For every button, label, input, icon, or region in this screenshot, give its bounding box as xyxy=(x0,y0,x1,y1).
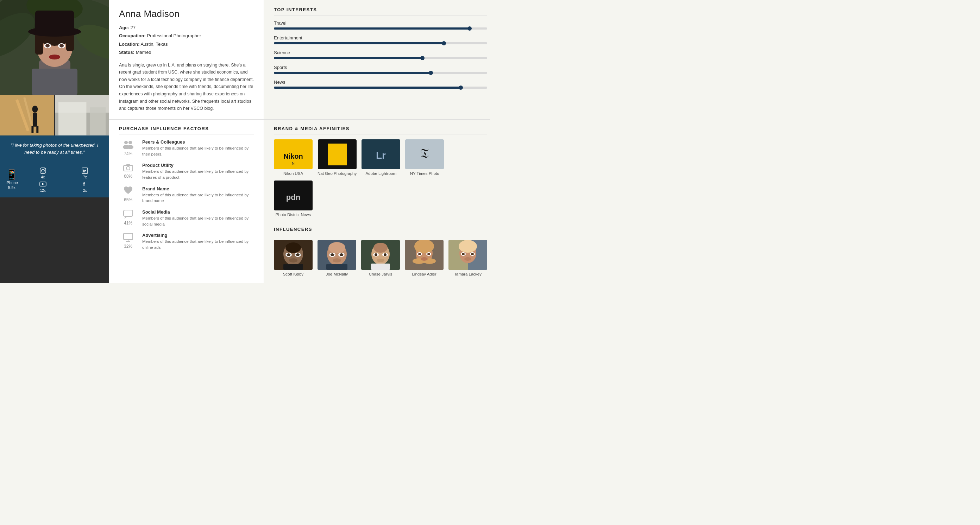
iphone-label: iPhone xyxy=(6,181,18,185)
influencer-item-3: Lindsay Adler xyxy=(405,240,444,276)
interest-item: Entertainment xyxy=(274,35,487,44)
interest-bar-bg xyxy=(274,27,487,30)
influence-item: 74% Peers & Colleagues Members of this a… xyxy=(119,140,254,157)
influence-title: Brand Name xyxy=(142,186,254,192)
profile-bio: Ana is single, grew up in L.A. and plans… xyxy=(119,62,254,112)
interest-label: Science xyxy=(274,50,487,55)
influence-pct: 41% xyxy=(124,220,132,225)
svg-rect-54 xyxy=(328,144,347,165)
instagram-icon xyxy=(40,167,46,175)
facebook-icon: f xyxy=(81,181,88,189)
influence-desc: Members of this audience that are likely… xyxy=(142,239,254,250)
svg-point-81 xyxy=(332,258,341,262)
svg-point-88 xyxy=(375,253,377,256)
svg-text:Lr: Lr xyxy=(376,150,386,161)
svg-point-16 xyxy=(59,44,64,48)
svg-point-41 xyxy=(127,145,134,149)
svg-point-99 xyxy=(418,253,421,255)
sidebar-quote: "I live for taking photos of the unexpec… xyxy=(0,135,109,162)
interest-item: News xyxy=(274,79,487,89)
svg-text:pdn: pdn xyxy=(286,193,300,201)
youtube-icon xyxy=(40,181,46,189)
influencer-photo-1 xyxy=(318,240,356,270)
svg-point-108 xyxy=(462,253,465,255)
device-facebook: f 2x xyxy=(67,181,104,192)
influence-desc: Members of this audience that are likely… xyxy=(142,215,254,227)
interest-bar-fill xyxy=(274,27,470,30)
svg-point-85 xyxy=(374,243,388,253)
sidebar-photo-small-2 xyxy=(55,95,109,135)
brand-item-nikon: NikonN Nikon USA xyxy=(274,140,313,176)
influence-desc: Members of this audience that are likely… xyxy=(142,145,254,157)
svg-point-89 xyxy=(384,253,387,256)
interest-label: News xyxy=(274,79,487,85)
influence-text: Advertising Members of this audience tha… xyxy=(142,233,254,250)
influence-title: Peers & Colleagues xyxy=(142,140,254,144)
influence-pct: 74% xyxy=(124,151,132,156)
iphone-count: 5.9x xyxy=(8,186,16,190)
influencer-photo-3 xyxy=(405,240,444,270)
influence-pct: 65% xyxy=(124,197,132,202)
influence-icon-wrap: 68% xyxy=(119,163,137,179)
brand-logo-lr: Lr xyxy=(361,140,400,169)
influence-item: 32% Advertising Members of this audience… xyxy=(119,233,254,250)
interest-label: Travel xyxy=(274,21,487,26)
profile-details: Age: 27 Occupation: Professional Photogr… xyxy=(119,24,254,57)
influence-title: Product Utility xyxy=(142,163,254,168)
people-icon xyxy=(123,140,134,151)
bottom-section: PURCHASE INFLUENCE FACTORS 74% Peers & C… xyxy=(109,120,490,283)
instagram-count: 4x xyxy=(41,175,45,179)
linkedin-count: 7x xyxy=(83,175,87,179)
age-label: Age: xyxy=(119,25,129,30)
svg-rect-82 xyxy=(326,264,347,270)
influence-icon-wrap: 41% xyxy=(119,209,137,225)
brand-name-nyt: NY Times Photo xyxy=(410,171,439,176)
influence-container: 74% Peers & Colleagues Members of this a… xyxy=(119,140,254,251)
svg-point-74 xyxy=(328,242,345,253)
status-label: Status: xyxy=(119,50,134,55)
influencer-item-0: Scott Kelby xyxy=(274,240,313,276)
profile-section: Anna Madison Age: 27 Occupation: Profess… xyxy=(109,0,264,119)
influencer-photo-0 xyxy=(274,240,313,270)
influence-text: Brand Name Members of this audience that… xyxy=(142,186,254,204)
svg-point-90 xyxy=(377,259,384,262)
purchase-title: PURCHASE INFLUENCE FACTORS xyxy=(119,126,254,135)
brand-name-lr: Adobe Lightroom xyxy=(365,171,396,176)
svg-rect-25 xyxy=(36,126,38,133)
svg-marker-36 xyxy=(42,183,45,185)
brand-name-nikon: Nikon USA xyxy=(283,171,303,176)
svg-point-39 xyxy=(129,141,132,144)
interest-item: Sports xyxy=(274,65,487,74)
svg-rect-45 xyxy=(124,210,133,216)
influencer-name-4: Tamara Lackey xyxy=(454,272,482,276)
brand-name-natgeo: Nat Geo Photography xyxy=(318,171,356,176)
svg-rect-23 xyxy=(33,113,37,127)
influence-text: Social Media Members of this audience th… xyxy=(142,209,254,227)
svg-rect-47 xyxy=(124,233,133,240)
influence-icon-wrap: 74% xyxy=(119,140,137,156)
brand-logo-nikon: NikonN xyxy=(274,140,313,169)
influencers-title: INFLUENCERS xyxy=(274,227,487,235)
influence-item: 68% Product Utility Members of this audi… xyxy=(119,163,254,180)
location-value: Austin, Texas xyxy=(140,41,167,47)
linkedin-icon: in xyxy=(81,167,88,175)
interest-bar-fill xyxy=(274,57,423,59)
influencer-name-1: Joe McNally xyxy=(326,272,348,276)
influencer-name-0: Scott Kelby xyxy=(283,272,304,276)
svg-point-100 xyxy=(427,253,430,255)
brand-logo-nyt: 𝔗 xyxy=(405,140,444,169)
status-value: Married xyxy=(136,50,151,55)
svg-rect-24 xyxy=(31,126,33,133)
interest-bar-fill xyxy=(274,72,431,74)
svg-text:𝔗: 𝔗 xyxy=(420,146,429,160)
svg-rect-18 xyxy=(32,68,78,95)
occupation-label: Occupation: xyxy=(119,33,146,38)
svg-point-32 xyxy=(45,168,45,169)
influence-text: Product Utility Members of this audience… xyxy=(142,163,254,180)
brands-title: BRAND & MEDIA AFFINITIES xyxy=(274,126,487,135)
svg-point-31 xyxy=(41,169,45,172)
svg-text:Nikon: Nikon xyxy=(283,152,303,160)
page: "I live for taking photos of the unexpec… xyxy=(0,0,490,283)
brand-logo-natgeo xyxy=(318,140,356,169)
svg-rect-71 xyxy=(283,264,303,270)
